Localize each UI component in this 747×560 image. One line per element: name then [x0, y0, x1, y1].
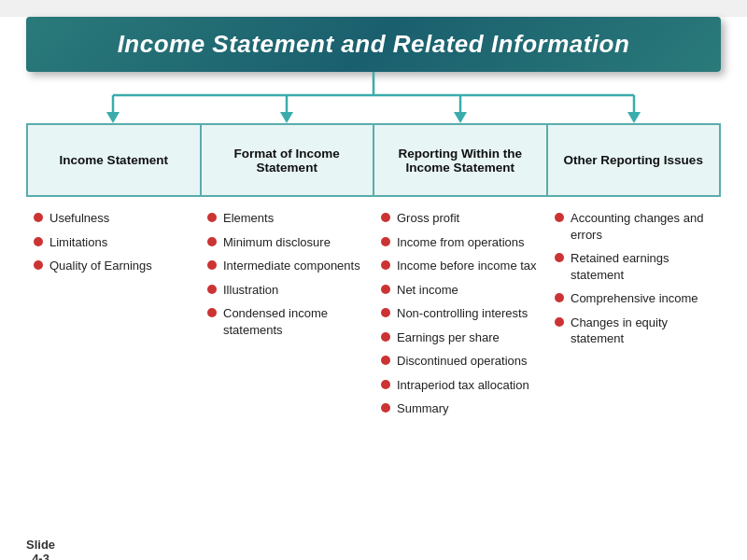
item-text: Accounting changes and errors — [571, 210, 712, 243]
item-text: Elements — [223, 210, 364, 227]
bullet-icon — [381, 308, 390, 317]
connector-svg — [26, 72, 721, 123]
col-other-reporting: Accounting changes and errors Retained e… — [547, 210, 721, 425]
list-item: Intraperiod tax allocation — [381, 377, 538, 394]
list-item: Comprehensive income — [555, 290, 712, 307]
bullet-icon — [381, 213, 390, 222]
list-item: Net income — [381, 282, 538, 299]
item-text: Retained earnings statement — [571, 250, 712, 283]
list-item: Gross profit — [381, 210, 538, 227]
item-text: Discontinued operations — [397, 353, 538, 370]
slide-title: Income Statement and Related Information — [49, 30, 698, 59]
list-item: Income from operations — [381, 234, 538, 251]
bullet-icon — [207, 308, 217, 317]
item-text: Income from operations — [397, 234, 538, 251]
col-reporting-within: Gross profit Income from operations Inco… — [374, 210, 547, 425]
item-text: Non-controlling interests — [397, 305, 538, 322]
bullet-icon — [381, 403, 390, 413]
svg-marker-3 — [106, 112, 120, 123]
list-item: Usefulness — [34, 210, 190, 227]
list-item: Discontinued operations — [381, 353, 538, 370]
list-item: Accounting changes and errors — [555, 210, 712, 243]
bullet-icon — [381, 356, 390, 365]
bullet-icon — [555, 213, 564, 222]
item-text: Condensed income statements — [223, 305, 364, 338]
col-format: Elements Minimum disclosure Intermediate… — [200, 210, 374, 425]
bullet-icon — [381, 285, 390, 294]
connector-area — [26, 72, 721, 123]
item-text: Quality of Earnings — [49, 258, 190, 274]
list-item: Limitations — [34, 234, 190, 251]
headers-row: Income Statement Format of Income Statem… — [26, 123, 721, 197]
bullet-icon — [381, 237, 390, 246]
bullet-icon — [34, 237, 43, 246]
item-text: Gross profit — [397, 210, 538, 227]
item-text: Minimum disclosure — [223, 234, 364, 251]
content-row: Usefulness Limitations Quality of Earnin… — [26, 197, 721, 425]
item-text: Comprehensive income — [571, 290, 712, 307]
bullet-icon — [381, 380, 390, 389]
item-text: Earnings per share — [397, 329, 538, 346]
bullet-icon — [207, 285, 217, 294]
item-text: Illustration — [223, 282, 364, 299]
svg-marker-5 — [280, 112, 293, 123]
list-item: Earnings per share — [381, 329, 538, 346]
slide-number: Slide 4-3 — [26, 538, 55, 560]
bullet-icon — [207, 260, 217, 270]
bullet-icon — [555, 293, 564, 302]
header-income-statement: Income Statement — [28, 125, 202, 195]
col-income-statement: Usefulness Limitations Quality of Earnin… — [26, 210, 200, 425]
header-format: Format of Income Statement — [202, 125, 375, 195]
item-text: Changes in equity statement — [571, 315, 712, 347]
list-item: Minimum disclosure — [207, 234, 364, 251]
bullet-icon — [207, 237, 217, 246]
header-other-reporting: Other Reporting Issues — [548, 125, 720, 195]
svg-marker-7 — [454, 112, 467, 123]
item-text: Net income — [397, 282, 538, 299]
list-item: Summary — [381, 400, 538, 417]
list-item: Retained earnings statement — [555, 250, 712, 283]
list-item: Elements — [207, 210, 364, 227]
item-text: Limitations — [49, 234, 190, 251]
bullet-icon — [381, 332, 390, 342]
slide: Income Statement and Related Information — [0, 17, 747, 560]
list-item: Changes in equity statement — [555, 315, 712, 347]
bullet-icon — [555, 253, 564, 262]
list-item: Condensed income statements — [207, 305, 364, 338]
item-text: Intraperiod tax allocation — [397, 377, 538, 394]
list-item: Quality of Earnings — [34, 258, 190, 274]
bullet-icon — [381, 260, 390, 270]
svg-marker-9 — [627, 112, 641, 123]
header-reporting-within: Reporting Within the Income Statement — [374, 125, 548, 195]
bullet-icon — [34, 213, 43, 222]
list-item: Illustration — [207, 282, 364, 299]
title-bar: Income Statement and Related Information — [26, 17, 721, 72]
bullet-icon — [34, 260, 43, 270]
item-text: Summary — [397, 400, 538, 417]
list-item: Non-controlling interests — [381, 305, 538, 322]
list-item: Income before income tax — [381, 258, 538, 274]
bullet-icon — [207, 213, 217, 222]
item-text: Intermediate components — [223, 258, 364, 274]
list-item: Intermediate components — [207, 258, 364, 274]
item-text: Usefulness — [49, 210, 190, 227]
bullet-icon — [555, 317, 564, 327]
item-text: Income before income tax — [397, 258, 538, 274]
